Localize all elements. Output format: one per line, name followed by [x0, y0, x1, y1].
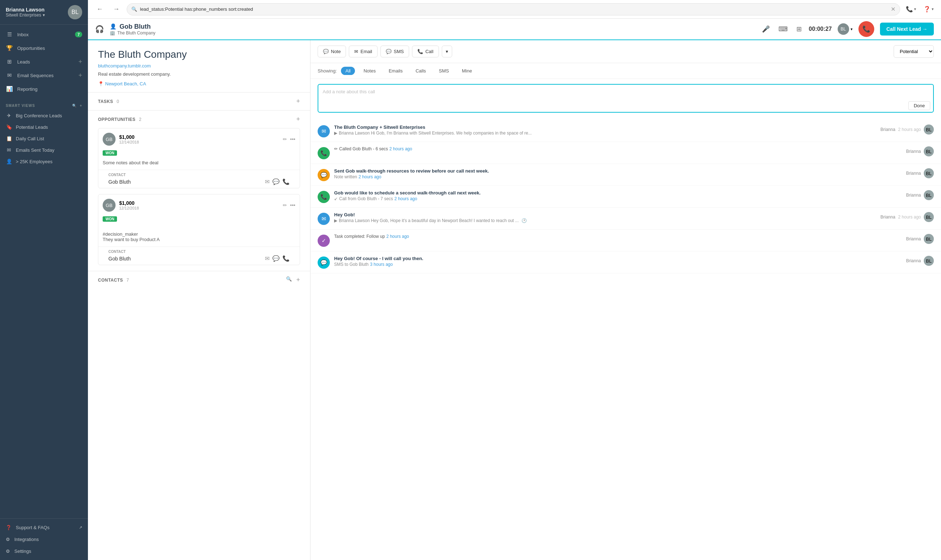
right-panel: 💬 Note ✉ Email 💬 SMS 📞 Call ▾ Potenti	[310, 40, 941, 560]
help-dropdown-button[interactable]: ❓ ▾	[922, 4, 935, 14]
opp-edit-button[interactable]: ✏	[283, 202, 287, 208]
phone-icon: 📞	[906, 6, 913, 12]
search-icon: 🔍	[131, 6, 137, 12]
contact-sms-button[interactable]: 💬	[273, 178, 280, 185]
contacts-section-header[interactable]: CONTACTS 7 🔍 +	[88, 271, 310, 289]
user-profile[interactable]: Brianna Lawson Sitwell Enterprises ▾ BL	[0, 0, 88, 25]
pencil-icon: ✏	[334, 146, 338, 151]
opportunities-section-header[interactable]: OPPORTUNITIES 2 +	[88, 111, 310, 128]
note-textarea[interactable]	[317, 84, 934, 113]
filter-all-button[interactable]: All	[341, 67, 354, 75]
mute-button[interactable]: 🎤	[761, 24, 771, 34]
filter-mine-button[interactable]: Mine	[457, 67, 476, 75]
sidebar-item-settings[interactable]: ⚙ Settings	[0, 545, 88, 557]
email2-activity-icon: ✉	[317, 213, 330, 225]
sidebar-item-big-conference-leads[interactable]: ✈ Big Conference Leads	[0, 110, 88, 121]
contact-call-button[interactable]: 📞	[282, 255, 290, 262]
activity-user-avatar: BL	[924, 256, 934, 266]
sidebar-item-daily-call-list[interactable]: 📋 Daily Call List	[0, 133, 88, 144]
call2-time-link[interactable]: 2 hours ago	[394, 196, 417, 201]
call-contact-company: 🏢 The Bluth Company	[110, 31, 156, 35]
search-bar: 🔍 ✕	[127, 3, 900, 15]
filter-calls-button[interactable]: Calls	[411, 67, 430, 75]
smart-views-section: SMART VIEWS 🔍 +	[0, 98, 88, 110]
activity-user-avatar: BL	[924, 125, 934, 135]
filter-notes-button[interactable]: Notes	[359, 67, 380, 75]
call-user-avatar[interactable]: BL	[838, 23, 849, 35]
opp-edit-button[interactable]: ✏	[283, 136, 287, 142]
sidebar-item-25k-employees[interactable]: 👤 > 25K Employees	[0, 156, 88, 167]
opp-more-button[interactable]: •••	[290, 136, 296, 142]
user-name: Brianna Lawson	[6, 7, 45, 12]
sidebar-item-support[interactable]: ❓ Support & FAQs ↗	[0, 522, 88, 534]
grid-button[interactable]: ⊞	[795, 24, 803, 34]
call-active-indicator: 🎧	[95, 25, 104, 33]
email-button[interactable]: ✉ Email	[349, 46, 377, 57]
activity-feed: ✉ The Bluth Company + Sitwell Enterprise…	[310, 119, 941, 560]
contact-person-icon: 👤	[110, 23, 117, 30]
task-time-link[interactable]: 2 hours ago	[386, 234, 409, 239]
topbar: ← → 🔍 ✕ 📞 ▾ ❓ ▾	[88, 0, 941, 18]
call-activity-icon: 📞	[317, 147, 330, 159]
sms-activity-icon: 💬	[317, 257, 330, 269]
end-call-button[interactable]: 📞	[858, 21, 874, 37]
contact-email-button[interactable]: ✉	[265, 178, 270, 185]
contacts-search-icon[interactable]: 🔍	[286, 276, 292, 284]
note-activity-icon: 💬	[317, 169, 330, 181]
contact-email-button[interactable]: ✉	[265, 255, 270, 262]
sidebar-item-opportunities[interactable]: 🏆 Opportunities	[0, 41, 88, 55]
call-icon: 📞	[417, 49, 423, 54]
more-actions-button[interactable]: ▾	[442, 46, 452, 57]
note-done-button[interactable]: Done	[908, 101, 930, 110]
filter-sms-button[interactable]: SMS	[434, 67, 453, 75]
sidebar-item-integrations[interactable]: ⚙ Integrations	[0, 534, 88, 545]
opp-contact: CONTACT Gob Bluth ✉ 💬 📞	[99, 246, 300, 265]
status-select[interactable]: Potential Active Inactive Bad Timing Los…	[893, 45, 934, 58]
call-button[interactable]: 📞 Call	[412, 46, 439, 57]
note-time-link[interactable]: 2 hours ago	[359, 174, 381, 179]
sidebar-item-reporting[interactable]: 📊 Reporting	[0, 82, 88, 96]
call-next-lead-button[interactable]: Call Next Lead →	[880, 23, 934, 35]
activity-item: 💬 Hey Gob! Of course - I will call you t…	[310, 251, 941, 273]
company-location[interactable]: 📍 Newport Beach, CA	[98, 81, 300, 86]
sidebar-item-inbox[interactable]: ☰ Inbox 7	[0, 28, 88, 41]
sms-time-link[interactable]: 3 hours ago	[370, 262, 393, 267]
sms-button[interactable]: 💬 SMS	[380, 46, 409, 57]
filter-emails-button[interactable]: Emails	[384, 67, 407, 75]
opp-more-button[interactable]: •••	[290, 202, 296, 208]
smart-views-search-icon[interactable]: 🔍	[72, 104, 77, 108]
sidebar-item-potential-leads[interactable]: 🔖 Potential Leads	[0, 121, 88, 133]
call-time-link[interactable]: 2 hours ago	[390, 146, 412, 151]
user-company: Sitwell Enterprises ▾	[6, 12, 45, 18]
call-bar: 🎧 👤 Gob Bluth 🏢 The Bluth Company 🎤 ⌨ ⊞ …	[88, 18, 941, 40]
avatar[interactable]: BL	[68, 5, 82, 19]
location-icon: 📍	[98, 81, 104, 86]
opportunities-add-button[interactable]: +	[296, 115, 300, 123]
sidebar-item-email-sequences[interactable]: ✉ Email Sequences +	[0, 69, 88, 82]
contacts-add-button[interactable]: +	[296, 276, 300, 284]
content-area: The Bluth Company bluthcompany.tumblr.co…	[88, 40, 941, 560]
contact-sms-button[interactable]: 💬	[273, 255, 280, 262]
tasks-section-header[interactable]: TASKS 0 +	[88, 92, 310, 110]
phone-dropdown-button[interactable]: 📞 ▾	[904, 4, 918, 14]
email-sequences-add-button[interactable]: +	[78, 72, 82, 78]
keypad-button[interactable]: ⌨	[777, 24, 789, 34]
note-button[interactable]: 💬 Note	[317, 46, 346, 57]
forward-button[interactable]: →	[110, 4, 122, 14]
inbox-icon: ☰	[6, 31, 13, 38]
big-conference-leads-icon: ✈	[6, 113, 12, 118]
search-input[interactable]	[140, 6, 888, 12]
opp-notes: Some notes about the deal	[99, 158, 300, 170]
back-button[interactable]: ←	[94, 4, 106, 14]
opportunities-section: OPPORTUNITIES 2 + GB $1,000 12/14/2018	[88, 110, 310, 265]
contact-call-button[interactable]: 📞	[282, 178, 290, 185]
activity-item: 📞 Gob would like to schedule a second wa…	[310, 186, 941, 208]
leads-add-button[interactable]: +	[78, 58, 82, 65]
company-website-link[interactable]: bluthcompany.tumblr.com	[98, 63, 300, 69]
sidebar-item-emails-sent-today[interactable]: ✉ Emails Sent Today	[0, 144, 88, 156]
filter-bar: Showing: All Notes Emails Calls SMS Mine	[310, 63, 941, 79]
sidebar-item-leads[interactable]: ⊞ Leads +	[0, 55, 88, 69]
search-clear-button[interactable]: ✕	[891, 6, 895, 12]
tasks-add-button[interactable]: +	[296, 98, 300, 105]
smart-views-add-icon[interactable]: +	[80, 104, 82, 108]
